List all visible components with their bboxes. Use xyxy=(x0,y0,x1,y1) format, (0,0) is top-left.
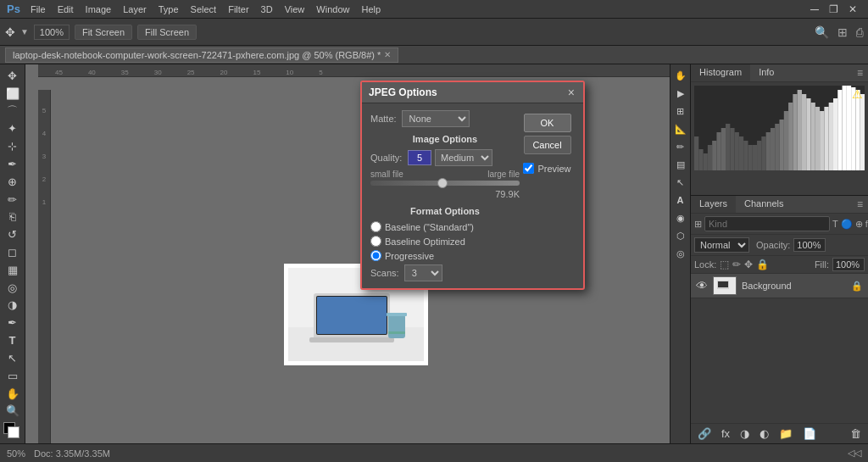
quality-slider[interactable] xyxy=(370,181,520,186)
baseline-optimized-radio[interactable] xyxy=(370,236,381,247)
progressive-row: Progressive xyxy=(370,250,520,261)
progressive-radio[interactable] xyxy=(370,250,381,261)
baseline-standard-row: Baseline ("Standard") xyxy=(370,221,520,232)
dialog-titlebar: JPEG Options × xyxy=(362,82,583,103)
slider-large-label: large file xyxy=(487,170,520,179)
format-options-section: Format Options Baseline ("Standard") Bas… xyxy=(370,206,520,281)
matte-label: Matte: xyxy=(370,114,397,124)
baseline-standard-radio[interactable] xyxy=(370,221,381,232)
quality-input[interactable] xyxy=(408,150,431,165)
format-options-title: Format Options xyxy=(370,206,520,216)
quality-label: Quality: xyxy=(370,153,404,163)
baseline-optimized-label[interactable]: Baseline Optimized xyxy=(385,237,465,247)
dialog-body: Matte: None Image Options Quality: Low M… xyxy=(362,103,583,288)
quality-preset-select[interactable]: Low Medium High Maximum xyxy=(435,149,492,166)
slider-thumb[interactable] xyxy=(437,178,448,188)
dialog-close-button[interactable]: × xyxy=(566,86,576,98)
preview-label[interactable]: Preview xyxy=(537,164,570,174)
scans-select[interactable]: 2 3 4 5 xyxy=(404,264,442,281)
baseline-standard-label[interactable]: Baseline ("Standard") xyxy=(385,222,474,232)
slider-labels: small file large file xyxy=(370,170,520,179)
baseline-optimized-row: Baseline Optimized xyxy=(370,236,520,247)
slider-small-label: small file xyxy=(370,170,403,179)
dialog-left-panel: Matte: None Image Options Quality: Low M… xyxy=(370,110,520,281)
cancel-button[interactable]: Cancel xyxy=(524,136,571,154)
preview-row: Preview xyxy=(523,163,570,174)
quality-slider-row: small file large file xyxy=(370,170,520,186)
file-size-display: 79.9K xyxy=(370,189,520,199)
scans-label: Scans: xyxy=(370,268,399,278)
dialog-title: JPEG Options xyxy=(369,86,437,98)
preview-checkbox[interactable] xyxy=(523,163,534,174)
jpeg-options-dialog: JPEG Options × Matte: None Image Options… xyxy=(360,81,585,290)
ok-button[interactable]: OK xyxy=(524,114,571,132)
progressive-label[interactable]: Progressive xyxy=(385,251,434,261)
dialog-overlay: JPEG Options × Matte: None Image Options… xyxy=(0,0,868,462)
quality-row: Quality: Low Medium High Maximum xyxy=(370,149,520,166)
matte-select[interactable]: None xyxy=(402,110,470,127)
image-options-title: Image Options xyxy=(370,134,520,144)
scans-row: Scans: 2 3 4 5 xyxy=(370,264,520,281)
matte-row: Matte: None xyxy=(370,110,520,127)
dialog-right-panel: OK Cancel Preview xyxy=(520,110,575,281)
